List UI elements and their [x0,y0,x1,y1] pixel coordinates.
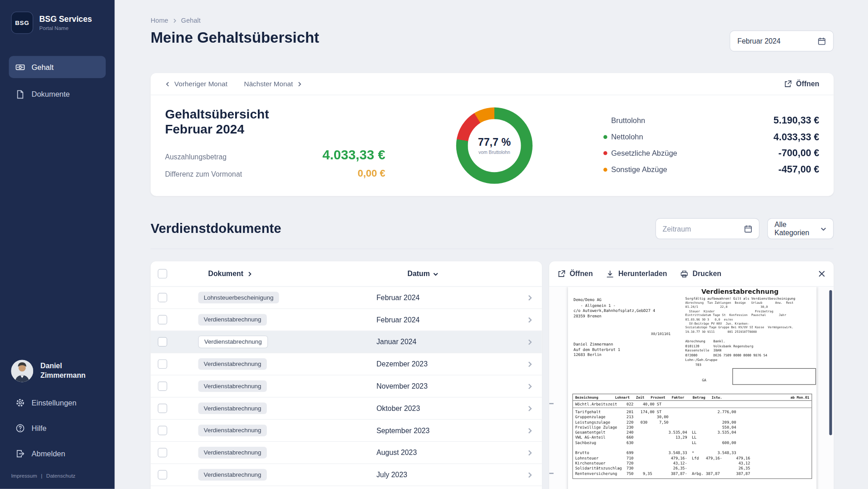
document-date: August 2023 [376,449,417,457]
sidebar-item-label: Abmelden [32,449,65,458]
brand: BSG BSG Services Portal Name [0,0,114,43]
document-icon [15,89,25,99]
app-root: BSG BSG Services Portal Name Gehalt [0,0,868,489]
table-row[interactable]: Verdienstabrechnung November 2023 [151,375,542,398]
table-row[interactable]: Verdienstabrechnung Oktober 2023 [151,398,542,420]
link-impressum[interactable]: Impressum [11,473,37,479]
payout-value: 4.033,33 € [322,148,385,163]
table-row-selected[interactable]: Verdienstabrechnung Januar 2024 [151,331,542,353]
preview-print-button[interactable]: Drucken [681,270,721,278]
calendar-icon [818,37,826,45]
document-badge: Verdienstabrechnung [198,314,267,326]
table-row[interactable]: Verdienstabrechnung Dezember 2023 [151,353,542,375]
document-preview-panel: Öffnen Herunterladen [549,262,834,489]
document-badge: Verdienstabrechnung [198,380,267,392]
breadcrumb-current[interactable]: Gehalt [181,17,201,25]
column-dokument[interactable]: Dokument [198,270,372,278]
document-badge: Lohnsteuerbescheinigung [198,292,279,304]
sidebar-item-gehalt[interactable]: Gehalt [9,56,106,78]
payslip-empty-box [732,368,816,385]
row-checkbox[interactable] [158,293,168,302]
preview-download-button[interactable]: Herunterladen [606,270,667,278]
sidebar-item-hilfe[interactable]: Hilfe [9,415,106,441]
stat-row: Nettolohn 4.033,33 € [603,129,819,145]
preview-close-button[interactable] [818,270,825,277]
chevron-right-icon [297,81,302,87]
table-row[interactable]: Verdienstabrechnung Februar 2024 [151,309,542,331]
row-chevron-icon[interactable] [518,294,542,301]
document-badge: Verdienstabrechnung [198,336,268,348]
sidebar-bottom-nav: Einstellungen Hilfe Abmelden [0,390,114,466]
next-month-button[interactable]: Nächster Monat [244,80,302,88]
column-datum[interactable]: Datum [371,270,518,278]
row-chevron-icon[interactable] [518,449,542,456]
category-select[interactable]: Alle Kategorien [767,218,833,239]
sidebar-item-label: Dokumente [32,90,70,98]
payslip-subtitle: Sorgfältig aufbewahren! Gilt als Verdien… [686,296,795,300]
preview-body: Verdienstabrechnung Sorgfältig aufbewahr… [549,287,834,489]
open-overview-button[interactable]: Öffnen [784,80,819,88]
link-datenschutz[interactable]: Datenschutz [46,473,75,479]
row-chevron-icon[interactable] [518,316,542,323]
payslip-table-header: Bezeichnung Lohnart Zeit Prozent Faktor … [575,395,722,400]
preview-scrollbar[interactable] [829,290,832,435]
table-row[interactable]: Verdienstabrechnung September 2023 [151,420,542,442]
row-chevron-icon[interactable] [518,471,542,478]
sidebar-item-einstellungen[interactable]: Einstellungen [9,390,106,415]
document-date: Dezember 2023 [376,360,428,368]
payslip-table-header-right: ab Mon.01 [790,395,809,400]
row-checkbox[interactable] [158,448,168,457]
gear-icon [15,398,25,407]
stat-label: Sonstige Abzüge [611,165,667,173]
month-picker-value: Februar 2024 [737,37,780,45]
document-date: July 2023 [376,470,407,479]
row-checkbox[interactable] [158,426,168,435]
sidebar-item-dokumente[interactable]: Dokumente [9,83,106,105]
banknote-icon [15,62,25,72]
document-date: Februar 2024 [376,293,419,301]
row-checkbox[interactable] [158,315,168,325]
row-checkbox[interactable] [158,337,168,347]
row-checkbox[interactable] [158,404,168,413]
payslip-item-rows: Tarifgehalt 201 174,00 ST 2.776,00 Grupp… [573,408,812,479]
row-chevron-icon[interactable] [518,405,542,412]
preview-open-button[interactable]: Öffnen [557,270,593,278]
user-name: Daniel Zimmermann [40,361,86,380]
table-row[interactable]: Verdienstabrechnung July 2023 [151,464,542,486]
zeitraum-input[interactable]: Zeitraum [656,218,760,239]
month-picker[interactable]: Februar 2024 [730,30,833,51]
stat-dot-3 [603,168,607,172]
overview-heading: Gehaltsübersicht Februar 2024 [165,107,385,137]
document-badge: Verdienstabrechnung [198,358,267,370]
row-checkbox[interactable] [158,359,168,369]
user-profile[interactable]: Daniel Zimmermann [0,360,114,382]
chevron-down-icon [820,226,826,232]
stat-dot-2 [603,151,607,155]
stat-row: Sonstige Abzüge -457,00 € [603,161,819,178]
documents-section-header: Verdienstdokumente Zeitraum Alle Kategor… [151,218,834,249]
sidebar: BSG BSG Services Portal Name Gehalt [0,0,114,489]
row-chevron-icon[interactable] [518,383,542,390]
stat-dot-1 [603,135,607,139]
row-chevron-icon[interactable] [518,339,542,346]
open-external-icon [557,270,565,277]
document-badge: Verdienstabrechnung [198,425,267,436]
prev-month-button[interactable]: Vorheriger Monat [165,80,227,88]
table-row[interactable]: Lohnsteuerbescheinigung Februar 2024 [151,287,542,309]
select-all-checkbox[interactable] [158,269,168,279]
brand-logo: BSG [11,12,33,34]
row-checkbox[interactable] [158,381,168,391]
sidebar-item-abmelden[interactable]: Abmelden [9,441,106,466]
fold-mark [549,473,554,474]
document-date: November 2023 [376,382,428,390]
row-chevron-icon[interactable] [518,427,542,434]
payslip-meta: Abrechnung Tan Zahlungen Bezüge Urlaub A… [686,301,794,334]
row-chevron-icon[interactable] [518,361,542,367]
payslip-ga-label: GA [702,378,706,383]
row-checkbox[interactable] [158,470,168,479]
open-external-icon [784,80,792,88]
stat-label: Bruttolohn [611,116,645,124]
chevron-right-icon [172,18,177,23]
table-row[interactable]: Verdienstabrechnung August 2023 [151,442,542,464]
breadcrumb-home[interactable]: Home [151,17,168,25]
